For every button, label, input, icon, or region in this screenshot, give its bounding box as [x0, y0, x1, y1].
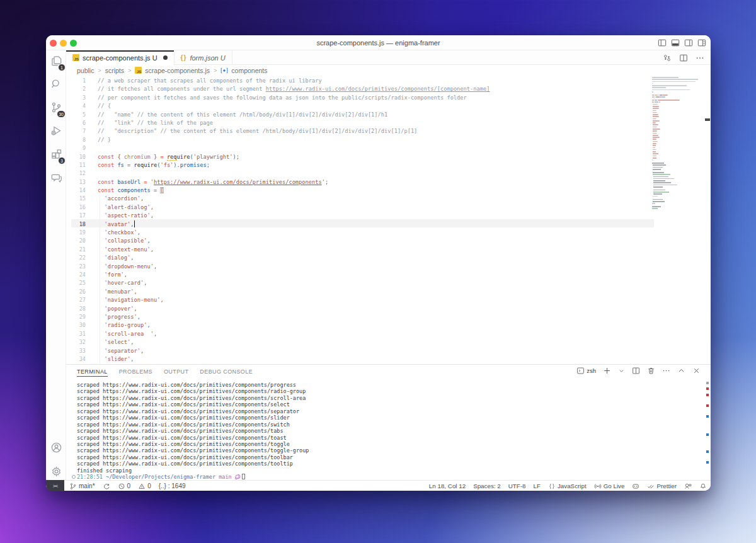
cursor-caret	[134, 220, 135, 227]
activity-bar: 1303	[46, 50, 66, 480]
code-line-27: 27 'navigation-menu',	[66, 296, 490, 304]
activity-account[interactable]	[46, 437, 66, 457]
status-bell[interactable]	[699, 483, 707, 490]
status-{..} : 164[interactable]: {..} : 1649	[159, 483, 186, 489]
tab-bar: JSscrape-components.js U{}form.json U	[66, 50, 711, 65]
more-actions-icon[interactable]	[662, 367, 670, 375]
status-warning[interactable]: 0	[138, 483, 151, 490]
terminal-output-line: scraped https://www.radix-ui.com/docs/pr…	[77, 388, 309, 394]
code-line-4: 4// {	[66, 102, 490, 110]
terminal-tab-terminal[interactable]: TERMINAL	[77, 369, 108, 377]
terminal-tab-debug-console[interactable]: DEBUG CONSOLE	[200, 369, 253, 375]
code-editor[interactable]: 1// a web scraper that scrapes all compo…	[66, 76, 711, 364]
status-spaces---[interactable]: Spaces: 2	[473, 483, 501, 489]
dropdown-chevron-icon[interactable]	[618, 367, 625, 374]
status-git-branch[interactable]: main*	[69, 483, 95, 490]
layout-customize-icon[interactable]	[697, 38, 706, 47]
activity-settings-gear[interactable]	[46, 461, 66, 481]
copilot-icon[interactable]	[632, 483, 639, 490]
breadcrumb-item[interactable]: components	[231, 67, 267, 74]
bell-icon[interactable]	[699, 483, 707, 490]
terminal-scroll-decoration	[706, 382, 709, 384]
tab-scrape-components.js[interactable]: JSscrape-components.js U	[66, 50, 175, 65]
remote-indicator[interactable]: ><	[46, 480, 64, 491]
compare-changes-icon[interactable]	[663, 54, 672, 62]
code-line-29: 29 'progress',	[66, 313, 490, 321]
status-lf[interactable]: LF	[533, 483, 540, 489]
code-line-18: 18 'avatar',	[66, 220, 490, 229]
layout-sidebar-left-icon[interactable]	[658, 38, 667, 47]
titlebar[interactable]: scrape-components.js — enigma-framer	[46, 35, 711, 50]
comments-icon[interactable]	[50, 171, 62, 183]
status-ln-----col---[interactable]: Ln 18, Col 12	[429, 483, 466, 489]
code-line-33: 33 'separator',	[66, 347, 490, 355]
status-feedback[interactable]	[684, 483, 692, 490]
layout-panel-icon[interactable]	[671, 38, 680, 47]
split-terminal-icon[interactable]	[632, 367, 640, 375]
overview-ruler-cursor	[705, 118, 710, 121]
terminal-tab-output[interactable]: OUTPUT	[164, 369, 188, 375]
terminal-scroll-decoration	[706, 461, 709, 464]
js-file-icon: JS	[72, 54, 79, 61]
activity-search[interactable]	[46, 74, 66, 94]
terminal-cursor	[242, 474, 245, 479]
error-icon[interactable]	[118, 483, 125, 490]
code-line-28: 28 'popover',	[66, 305, 490, 313]
status-braces[interactable]: JavaScript	[548, 483, 587, 490]
status-copilot[interactable]	[632, 483, 639, 490]
more-actions-icon[interactable]	[696, 54, 704, 62]
trash-icon[interactable]	[647, 367, 655, 375]
breadcrumb[interactable]: public>scripts>JSscrape-components.js>co…	[66, 65, 711, 76]
new-terminal-icon[interactable]	[603, 367, 611, 375]
terminal-output-line: scraped https://www.radix-ui.com/docs/pr…	[77, 435, 309, 441]
status-double-check[interactable]: Prettier	[647, 483, 677, 490]
sync-icon[interactable]	[103, 483, 110, 490]
code-line-34: 34 'slider',	[66, 355, 490, 363]
code-line-2: 2// it fetches all components under the …	[66, 85, 490, 93]
activity-source-control[interactable]: 30	[46, 97, 66, 117]
breadcrumb-item[interactable]: scripts	[105, 67, 124, 74]
braces-icon[interactable]	[548, 483, 556, 490]
terminal-output-line: finished scraping	[77, 467, 309, 474]
terminal-icon[interactable]	[576, 367, 585, 375]
tab-form.json[interactable]: {}form.json U	[175, 50, 232, 65]
feedback-icon[interactable]	[684, 483, 692, 490]
activity-explorer[interactable]: 1	[46, 50, 66, 71]
terminal-scroll-decoration	[706, 415, 709, 418]
split-editor-icon[interactable]	[679, 54, 688, 62]
code-line-20: 20 'collapsible',	[66, 237, 490, 245]
status-error[interactable]: 0	[118, 483, 131, 490]
status-sync[interactable]	[103, 483, 110, 490]
settings-gear-icon[interactable]	[50, 466, 62, 477]
double-check-icon[interactable]	[647, 483, 655, 490]
terminal-output-line: scraped https://www.radix-ui.com/docs/pr…	[77, 414, 309, 421]
code-line-24: 24 'form',	[66, 271, 490, 279]
breadcrumb-separator: >	[213, 67, 217, 74]
activity-comments[interactable]	[46, 167, 66, 187]
terminal-tab-problems[interactable]: PROBLEMS	[119, 369, 152, 375]
breadcrumb-item[interactable]: scrape-components.js	[145, 67, 210, 74]
maximize-panel-icon[interactable]	[677, 367, 685, 375]
account-icon[interactable]	[50, 442, 62, 454]
layout-sidebar-right-icon[interactable]	[684, 38, 693, 47]
terminal-scroll-decoration	[706, 394, 709, 396]
activity-extensions[interactable]: 3	[46, 144, 66, 164]
close-panel-icon[interactable]	[692, 367, 701, 375]
code-line-10: 10const { chromium } = require('playwrig…	[66, 153, 490, 161]
search-icon[interactable]	[50, 78, 62, 90]
broadcast-icon[interactable]	[594, 483, 602, 490]
code-line-26: 26 'menubar',	[66, 288, 490, 296]
breadcrumb-separator: >	[97, 67, 101, 74]
shell-selector[interactable]: zsh	[576, 367, 596, 375]
git-branch-icon[interactable]	[69, 483, 77, 490]
terminal-output-line: scraped https://www.radix-ui.com/docs/pr…	[77, 447, 309, 454]
run-debug-icon[interactable]	[50, 125, 62, 137]
activity-run-debug[interactable]	[46, 120, 66, 140]
breadcrumb-item[interactable]: public	[77, 67, 94, 74]
status-broadcast[interactable]: Go Live	[594, 483, 625, 490]
minimap[interactable]	[652, 77, 706, 210]
warning-icon[interactable]	[138, 483, 146, 490]
status-utf--[interactable]: UTF-8	[508, 483, 526, 489]
code-line-1: 1// a web scraper that scrapes all compo…	[66, 77, 490, 85]
breadcrumb-separator: >	[127, 67, 132, 74]
